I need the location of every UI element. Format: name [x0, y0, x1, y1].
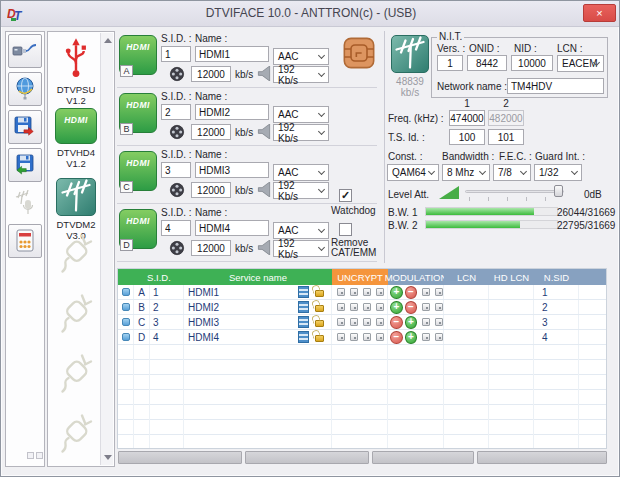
lcn-cell[interactable]: [444, 315, 489, 329]
uncrypt-toggle[interactable]: [337, 333, 345, 341]
panel-toggle-square-2[interactable]: [36, 452, 43, 459]
video-bitrate-input[interactable]: [191, 240, 231, 256]
nit-version-input[interactable]: [437, 55, 463, 71]
uncrypt-toggle[interactable]: [337, 318, 345, 326]
audio-bitrate-select[interactable]: 192 Kb/s: [273, 66, 329, 83]
watchdog-checkbox[interactable]: ✓: [339, 189, 352, 202]
row-select-icon[interactable]: [122, 333, 130, 341]
mux-toggle-button[interactable]: [390, 316, 403, 329]
nid-input[interactable]: [511, 55, 553, 71]
modulation-toggle[interactable]: [422, 333, 430, 341]
tsid2-input[interactable]: [488, 129, 524, 145]
audio-codec-select[interactable]: AAC: [273, 106, 329, 123]
modulation-toggle[interactable]: [422, 288, 430, 296]
mux-toggle-button[interactable]: [405, 286, 418, 299]
remove-cat-checkbox[interactable]: [339, 223, 352, 236]
table-row[interactable]: A 1 HDMI1 1: [118, 285, 606, 300]
table-row[interactable]: B 2 HDMI2 2: [118, 300, 606, 315]
modulation-toggle[interactable]: [435, 333, 443, 341]
service-name-input[interactable]: [195, 46, 269, 62]
audio-codec-select[interactable]: AAC: [273, 222, 329, 239]
device-slot-empty[interactable]: [51, 230, 101, 278]
modulation-toggle[interactable]: [435, 318, 443, 326]
level-slider-track[interactable]: [465, 190, 564, 193]
uncrypt-toggle[interactable]: [376, 333, 384, 341]
save-to-device-button[interactable]: [8, 110, 42, 144]
level-slider-thumb[interactable]: [554, 185, 563, 197]
device-slot-empty[interactable]: [51, 410, 101, 458]
video-stream-icon[interactable]: [298, 286, 309, 298]
lcn-mode-select[interactable]: EACEM: [557, 55, 604, 72]
mux-toggle-button[interactable]: [405, 331, 418, 344]
mux-toggle-button[interactable]: [390, 286, 403, 299]
uncrypt-toggle[interactable]: [376, 303, 384, 311]
modulation-toggle[interactable]: [422, 303, 430, 311]
video-stream-icon[interactable]: [298, 316, 309, 328]
uncrypt-toggle[interactable]: [376, 318, 384, 326]
audio-bitrate-select[interactable]: 192 Kb/s: [273, 182, 329, 199]
load-from-device-button[interactable]: [8, 148, 42, 182]
device-slot-dtvhd4[interactable]: HDMI DTVHD4 V1.2: [51, 108, 101, 169]
unlocked-icon[interactable]: [315, 305, 324, 312]
audio-bitrate-select[interactable]: 192 Kb/s: [273, 124, 329, 141]
table-row[interactable]: D 4 HDMI4 4: [118, 330, 606, 345]
modulation-toggle[interactable]: [435, 288, 443, 296]
bandwidth-select[interactable]: 8 Mhz: [442, 164, 490, 181]
row-select-icon[interactable]: [122, 288, 130, 296]
lcn-cell[interactable]: [444, 300, 489, 314]
scroll-up-icon[interactable]: [104, 38, 112, 43]
hd-lcn-cell[interactable]: [489, 300, 534, 314]
unlocked-icon[interactable]: [315, 320, 324, 327]
mux-toggle-button[interactable]: [390, 331, 403, 344]
hd-lcn-cell[interactable]: [489, 315, 534, 329]
constellation-select[interactable]: QAM64: [387, 164, 439, 181]
service-name-input[interactable]: [195, 220, 269, 236]
table-row[interactable]: C 3 HDMI3 3: [118, 315, 606, 330]
network-button[interactable]: [8, 72, 42, 106]
mux-toggle-button[interactable]: [405, 316, 418, 329]
uncrypt-toggle[interactable]: [350, 288, 358, 296]
mux-toggle-button[interactable]: [405, 301, 418, 314]
sid-input[interactable]: [161, 46, 191, 62]
tsid1-input[interactable]: [449, 129, 485, 145]
video-bitrate-input[interactable]: [191, 124, 231, 140]
scroll-down-icon[interactable]: [104, 455, 112, 460]
lcn-cell[interactable]: [444, 285, 489, 299]
video-stream-icon[interactable]: [298, 301, 309, 313]
uncrypt-toggle[interactable]: [350, 318, 358, 326]
video-bitrate-input[interactable]: [191, 66, 231, 82]
modulation-toggle[interactable]: [435, 303, 443, 311]
service-name-input[interactable]: [195, 162, 269, 178]
freq1-input[interactable]: [449, 110, 485, 126]
unlocked-icon[interactable]: [315, 335, 324, 342]
row-select-icon[interactable]: [122, 303, 130, 311]
uncrypt-toggle[interactable]: [350, 333, 358, 341]
hd-lcn-cell[interactable]: [489, 330, 534, 344]
fec-select[interactable]: 7/8: [493, 164, 531, 181]
hd-lcn-cell[interactable]: [489, 285, 534, 299]
device-list-scrollbar[interactable]: [100, 33, 113, 465]
audio-codec-select[interactable]: AAC: [273, 164, 329, 181]
uncrypt-toggle[interactable]: [337, 303, 345, 311]
close-button[interactable]: ×: [583, 4, 616, 22]
uncrypt-toggle[interactable]: [363, 318, 371, 326]
device-slot-empty[interactable]: [51, 350, 101, 398]
row-select-icon[interactable]: [122, 318, 130, 326]
audio-bitrate-select[interactable]: 192 Kb/s: [273, 240, 329, 257]
unlocked-icon[interactable]: [315, 290, 324, 297]
onid-input[interactable]: [467, 55, 507, 71]
audio-codec-select[interactable]: AAC: [273, 48, 329, 65]
uncrypt-toggle[interactable]: [363, 333, 371, 341]
sid-input[interactable]: [161, 162, 191, 178]
uncrypt-toggle[interactable]: [363, 288, 371, 296]
video-stream-icon[interactable]: [298, 331, 309, 343]
video-bitrate-input[interactable]: [191, 182, 231, 198]
network-name-input[interactable]: [507, 78, 604, 94]
uncrypt-toggle[interactable]: [350, 303, 358, 311]
uncrypt-toggle[interactable]: [337, 288, 345, 296]
panel-toggle-square-1[interactable]: [27, 452, 34, 459]
device-slot-dtvpsu[interactable]: DTVPSU V1.2: [51, 36, 101, 106]
uncrypt-toggle[interactable]: [363, 303, 371, 311]
mux-toggle-button[interactable]: [390, 301, 403, 314]
guard-select[interactable]: 1/32: [534, 164, 582, 181]
